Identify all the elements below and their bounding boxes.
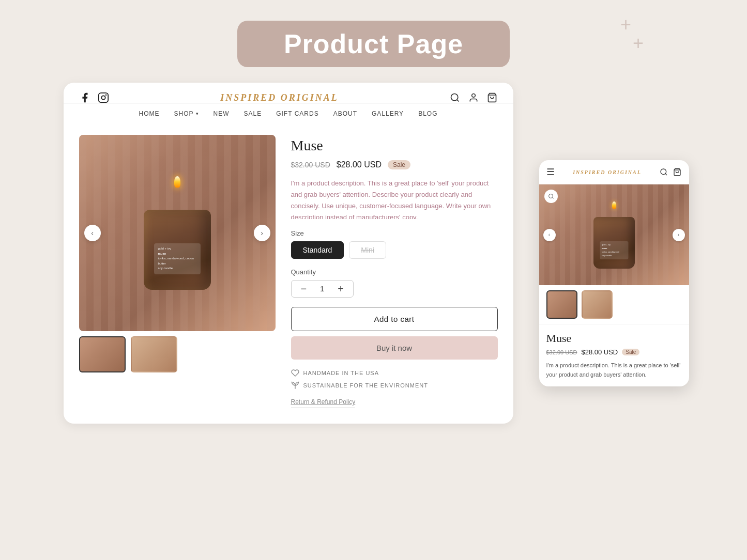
store-nav: HOME SHOP ▾ NEW SALE GIFT CARDS ABOUT GA… [64, 104, 513, 125]
candle-illustration: gold + ivy muse tonka, sandalwood, cocoa… [136, 176, 219, 290]
cart-icon[interactable] [487, 92, 497, 103]
mobile-header-icons [660, 168, 681, 176]
image-prev-arrow[interactable]: ‹ [84, 225, 101, 241]
product-image-area: gold + ivy muse tonka, sandalwood, cocoa… [79, 135, 276, 408]
quantity-increase[interactable]: + [336, 284, 346, 294]
feature-sustainable-text: SUSTAINABLE FOR THE ENVIRONMENT [303, 382, 428, 388]
facebook-icon[interactable] [79, 92, 90, 103]
size-standard[interactable]: Standard [291, 241, 344, 259]
mobile-thumbnails [539, 285, 689, 324]
size-options: Standard Mini [291, 241, 498, 259]
feature-sustainable: SUSTAINABLE FOR THE ENVIRONMENT [291, 381, 498, 390]
product-description: I'm a product description. This is a gre… [291, 178, 498, 219]
mobile-search-icon[interactable] [660, 168, 668, 176]
store-header: INSPIRED ORIGINAL [64, 83, 513, 104]
mobile-price-row: $32.00 USD $28.00 USD Sale [546, 348, 682, 356]
quantity-label: Quantity [291, 268, 498, 276]
mobile-description: I'm a product description. This is a gre… [546, 361, 682, 379]
social-icons [79, 92, 109, 103]
nav-sale[interactable]: SALE [244, 110, 262, 117]
mobile-main-image: gold + ivymusetonka, sandalwoodsoy candl… [539, 184, 689, 285]
svg-point-10 [548, 194, 553, 198]
thumbnail-2[interactable] [131, 336, 177, 372]
add-to-cart-button[interactable]: Add to cart [291, 307, 498, 331]
nav-about[interactable]: ABOUT [333, 110, 357, 117]
svg-line-11 [552, 197, 553, 198]
account-icon[interactable] [468, 92, 479, 103]
feature-handmade-text: HANDMADE IN THE USA [303, 370, 379, 376]
svg-line-4 [457, 100, 459, 102]
svg-point-7 [661, 169, 666, 175]
feature-handmade: HANDMADE IN THE USA [291, 369, 498, 377]
thumbnail-1[interactable] [79, 336, 126, 372]
sale-badge: Sale [388, 160, 410, 169]
page-title: Product Page [284, 28, 463, 59]
svg-line-8 [666, 174, 667, 175]
product-section: gold + ivy muse tonka, sandalwood, cocoa… [64, 125, 513, 424]
mobile-candle-illustration: gold + ivymusetonka, sandalwoodsoy candl… [591, 201, 637, 269]
product-details: Muse $32.00 USD $28.00 USD Sale I'm a pr… [291, 135, 498, 408]
quantity-decrease[interactable]: − [299, 284, 309, 294]
desktop-product-card: INSPIRED ORIGINAL HOME SHOP ▾ NEW [64, 83, 513, 424]
sale-price: $28.00 USD [337, 160, 382, 169]
feature-list: HANDMADE IN THE USA SUSTAINABLE FOR THE … [291, 369, 498, 390]
heart-icon [291, 369, 299, 377]
mobile-original-price: $32.00 USD [546, 349, 577, 355]
mobile-sale-badge: Sale [622, 349, 639, 355]
store-logo: INSPIRED ORIGINAL [220, 92, 339, 103]
nav-gift-cards[interactable]: GIFT CARDS [276, 110, 318, 117]
mobile-image-next-arrow[interactable]: › [673, 229, 685, 241]
quantity-control: − 1 + [291, 280, 354, 298]
mobile-menu-icon[interactable]: ☰ [546, 166, 555, 178]
mobile-image-prev-arrow[interactable]: ‹ [543, 229, 556, 241]
image-next-arrow[interactable]: › [254, 225, 270, 241]
mobile-cart-icon[interactable] [673, 168, 681, 176]
thumbnails [79, 336, 276, 372]
svg-point-3 [451, 94, 458, 101]
page-banner: Product Page [237, 21, 510, 67]
instagram-icon[interactable] [98, 92, 109, 103]
mobile-sale-price: $28.00 USD [581, 348, 618, 356]
plus-decoration: ++ [620, 15, 644, 53]
leaf-icon [291, 381, 299, 390]
svg-rect-0 [98, 93, 108, 102]
svg-point-1 [101, 96, 105, 99]
header-icons [450, 92, 497, 103]
mobile-header: ☰ INSPIRED ORIGINAL [539, 160, 689, 184]
size-label: Size [291, 229, 498, 237]
search-icon[interactable] [450, 92, 460, 103]
mobile-product-info: Muse $32.00 USD $28.00 USD Sale I'm a pr… [539, 324, 689, 386]
mobile-thumbnail-1[interactable] [546, 290, 577, 319]
return-policy-link[interactable]: Return & Refund Policy [291, 398, 356, 408]
mobile-zoom-icon[interactable] [544, 190, 558, 203]
price-row: $32.00 USD $28.00 USD Sale [291, 160, 498, 169]
svg-point-2 [105, 95, 106, 96]
quantity-value: 1 [317, 285, 327, 293]
nav-shop[interactable]: SHOP ▾ [174, 110, 199, 117]
nav-blog[interactable]: BLOG [418, 110, 437, 117]
mobile-store-logo: INSPIRED ORIGINAL [573, 169, 642, 175]
nav-new[interactable]: NEW [214, 110, 230, 117]
nav-home[interactable]: HOME [139, 110, 159, 117]
buy-now-button[interactable]: Buy it now [291, 336, 498, 360]
mobile-product-title: Muse [546, 332, 682, 345]
mobile-product-card: ☰ INSPIRED ORIGINAL [539, 160, 689, 386]
mobile-thumbnail-2[interactable] [582, 290, 613, 319]
nav-gallery[interactable]: GALLERY [372, 110, 404, 117]
product-title: Muse [291, 137, 498, 154]
size-mini[interactable]: Mini [349, 241, 386, 259]
svg-point-5 [472, 94, 476, 98]
original-price: $32.00 USD [291, 161, 330, 169]
main-product-image: gold + ivy muse tonka, sandalwood, cocoa… [79, 135, 276, 331]
